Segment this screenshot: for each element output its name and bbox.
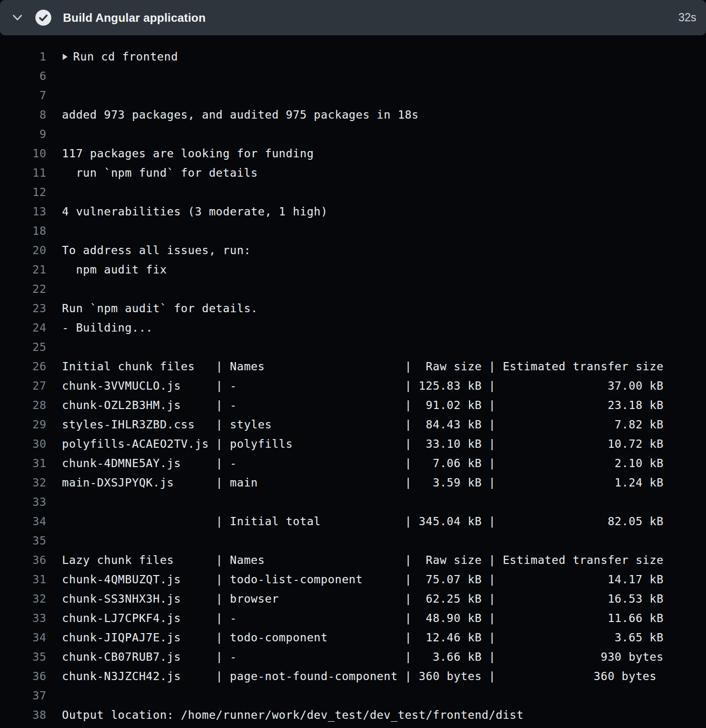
- line-number[interactable]: 1: [0, 47, 46, 66]
- log-text-content: npm audit fix: [62, 260, 167, 279]
- log-text: chunk-LJ7CPKF4.js | - | 48.90 kB | 11.66…: [62, 608, 663, 628]
- log-text-content: 117 packages are looking for funding: [62, 144, 314, 163]
- line-number[interactable]: 32: [0, 473, 46, 492]
- log-text-content: | Initial total | 345.04 kB | 82.05 kB: [62, 512, 663, 531]
- log-line: 24- Building...: [0, 318, 706, 337]
- log-line: 20To address all issues, run:: [0, 241, 706, 260]
- log-text: run `npm fund` for details: [62, 163, 258, 182]
- line-number[interactable]: 35: [0, 647, 46, 667]
- log-line: 33chunk-LJ7CPKF4.js | - | 48.90 kB | 11.…: [0, 608, 706, 628]
- log-text-content: run `npm fund` for details: [62, 163, 258, 182]
- line-number[interactable]: 18: [0, 221, 46, 241]
- line-number[interactable]: 30: [0, 434, 46, 454]
- log-text-content: chunk-LJ7CPKF4.js | - | 48.90 kB | 11.66…: [62, 608, 663, 628]
- log-line: 21 npm audit fix: [0, 260, 706, 279]
- line-number[interactable]: 31: [0, 454, 46, 473]
- log-line: 32main-DXSJPYQK.js | main | 3.59 kB | 1.…: [0, 473, 706, 492]
- line-number[interactable]: 20: [0, 241, 46, 260]
- log-line: 32chunk-SS3NHX3H.js | browser | 62.25 kB…: [0, 589, 706, 608]
- line-number[interactable]: 37: [0, 686, 46, 705]
- group-toggle-icon[interactable]: [62, 53, 68, 61]
- log-line: 10117 packages are looking for funding: [0, 144, 706, 163]
- step-title: Build Angular application: [63, 11, 206, 25]
- line-number[interactable]: 33: [0, 608, 46, 628]
- line-number[interactable]: 27: [0, 376, 46, 395]
- line-number[interactable]: 32: [0, 589, 46, 608]
- line-number[interactable]: 34: [0, 628, 46, 647]
- line-number[interactable]: 36: [0, 667, 46, 686]
- log-text: Run cd frontend: [62, 47, 178, 66]
- line-number[interactable]: 13: [0, 202, 46, 221]
- log-text: chunk-3VVMUCLO.js | - | 125.83 kB | 37.0…: [62, 376, 663, 395]
- log-text-content: chunk-3VVMUCLO.js | - | 125.83 kB | 37.0…: [62, 376, 663, 395]
- log-line: 29styles-IHLR3ZBD.css | styles | 84.43 k…: [0, 415, 706, 434]
- log-text-content: chunk-4DMNE5AY.js | - | 7.06 kB | 2.10 k…: [62, 454, 663, 473]
- log-text-content: Run `npm audit` for details.: [62, 299, 258, 318]
- log-line: 18: [0, 221, 706, 241]
- log-line: 12: [0, 182, 706, 202]
- line-number[interactable]: 11: [0, 163, 46, 182]
- line-number[interactable]: 21: [0, 260, 46, 279]
- line-number[interactable]: 22: [0, 279, 46, 299]
- log-text-content: Output location: /home/runner/work/dev_t…: [62, 705, 524, 725]
- line-number[interactable]: 29: [0, 415, 46, 434]
- log-text: - Building...: [62, 318, 153, 337]
- log-line: 35chunk-CB07RUB7.js | - | 3.66 kB | 930 …: [0, 647, 706, 667]
- log-line: 11 run `npm fund` for details: [0, 163, 706, 182]
- log-line: 1Run cd frontend: [0, 47, 706, 66]
- line-number[interactable]: 8: [0, 105, 46, 124]
- log-line: 9: [0, 124, 706, 144]
- log-text: chunk-OZL2B3HM.js | - | 91.02 kB | 23.18…: [62, 395, 663, 415]
- line-number[interactable]: 38: [0, 705, 46, 725]
- log-text: 117 packages are looking for funding: [62, 144, 314, 163]
- log-line: 134 vulnerabilities (3 moderate, 1 high): [0, 202, 706, 221]
- log-text: chunk-N3JZCH42.js | page-not-found-compo…: [62, 667, 657, 686]
- log-text-content: To address all issues, run:: [62, 241, 251, 260]
- log-text: added 973 packages, and audited 975 pack…: [62, 105, 419, 124]
- log-line: 26Initial chunk files | Names | Raw size…: [0, 357, 706, 376]
- log-text-content: Lazy chunk files | Names | Raw size | Es…: [62, 550, 663, 570]
- log-text: Run `npm audit` for details.: [62, 299, 258, 318]
- log-line: 36chunk-N3JZCH42.js | page-not-found-com…: [0, 667, 706, 686]
- log-text: chunk-4DMNE5AY.js | - | 7.06 kB | 2.10 k…: [62, 454, 663, 473]
- line-number[interactable]: 10: [0, 144, 46, 163]
- log-text: chunk-4QMBUZQT.js | todo-list-component …: [62, 570, 663, 589]
- line-number[interactable]: 35: [0, 531, 46, 550]
- log-line: 36Lazy chunk files | Names | Raw size | …: [0, 550, 706, 570]
- line-number[interactable]: 36: [0, 550, 46, 570]
- log-text: polyfills-ACAEO2TV.js | polyfills | 33.1…: [62, 434, 663, 454]
- step-duration: 32s: [678, 11, 698, 24]
- line-number[interactable]: 9: [0, 124, 46, 144]
- log-text: styles-IHLR3ZBD.css | styles | 84.43 kB …: [62, 415, 663, 434]
- line-number[interactable]: 34: [0, 512, 46, 531]
- log-text-content: chunk-CB07RUB7.js | - | 3.66 kB | 930 by…: [62, 647, 663, 667]
- line-number[interactable]: 26: [0, 357, 46, 376]
- line-number[interactable]: 33: [0, 492, 46, 512]
- log-line: 34 | Initial total | 345.04 kB | 82.05 k…: [0, 512, 706, 531]
- line-number[interactable]: 25: [0, 337, 46, 357]
- line-number[interactable]: 7: [0, 86, 46, 105]
- step-header[interactable]: Build Angular application 32s: [0, 0, 706, 35]
- log-line: 31chunk-4DMNE5AY.js | - | 7.06 kB | 2.10…: [0, 454, 706, 473]
- log-line: 34chunk-JIQPAJ7E.js | todo-component | 1…: [0, 628, 706, 647]
- log-line: 28chunk-OZL2B3HM.js | - | 91.02 kB | 23.…: [0, 395, 706, 415]
- log-text: chunk-JIQPAJ7E.js | todo-component | 12.…: [62, 628, 663, 647]
- log-line: 38Output location: /home/runner/work/dev…: [0, 705, 706, 725]
- log-line: 33: [0, 492, 706, 512]
- log-text: main-DXSJPYQK.js | main | 3.59 kB | 1.24…: [62, 473, 663, 492]
- log-text: 4 vulnerabilities (3 moderate, 1 high): [62, 202, 328, 221]
- log-text: npm audit fix: [62, 260, 167, 279]
- line-number[interactable]: 24: [0, 318, 46, 337]
- log-text-content: Run cd frontend: [73, 47, 178, 66]
- line-number[interactable]: 28: [0, 395, 46, 415]
- log-text: Output location: /home/runner/work/dev_t…: [62, 705, 524, 725]
- line-number[interactable]: 12: [0, 182, 46, 202]
- log-line: 22: [0, 279, 706, 299]
- log-text: Lazy chunk files | Names | Raw size | Es…: [62, 550, 663, 570]
- log-text-content: chunk-SS3NHX3H.js | browser | 62.25 kB |…: [62, 589, 663, 608]
- line-number[interactable]: 31: [0, 570, 46, 589]
- chevron-down-icon[interactable]: [13, 15, 22, 21]
- line-number[interactable]: 23: [0, 299, 46, 318]
- line-number[interactable]: 6: [0, 66, 46, 86]
- log-text-content: Initial chunk files | Names | Raw size |…: [62, 357, 663, 376]
